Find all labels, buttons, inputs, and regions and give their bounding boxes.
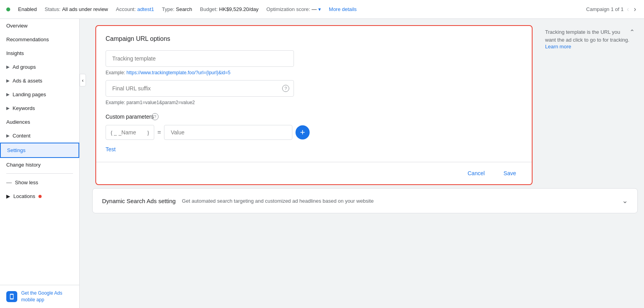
section-title: Campaign URL options — [106, 35, 522, 42]
app-icon — [6, 291, 17, 302]
account-link[interactable]: adtest1 — [137, 6, 154, 12]
sidebar-item-landing-pages[interactable]: ▶ Landing pages — [0, 88, 79, 101]
locations-dot — [38, 195, 42, 198]
close-brace: } — [148, 130, 149, 136]
sidebar-item-locations[interactable]: ▶ Locations — [0, 189, 79, 203]
sidebar: Overview Recommendations Insights ▶ Ad g… — [0, 19, 80, 308]
right-panel: Tracking template is the URL you want th… — [539, 22, 641, 56]
collapse-sidebar-button[interactable]: ‹ — [80, 74, 86, 86]
tracking-description: Tracking template is the URL you want th… — [545, 29, 629, 43]
sidebar-item-keywords[interactable]: ▶ Keywords — [0, 101, 79, 115]
collapse-right-panel-button[interactable]: ⌃ — [629, 28, 635, 36]
account-label: Account: — [116, 6, 136, 12]
content-arrow: ▶ — [6, 133, 9, 138]
tracking-template-wrap — [106, 50, 294, 67]
content-label: Content — [13, 133, 31, 139]
landing-pages-label: Landing pages — [13, 92, 46, 97]
enabled-label: Enabled — [18, 6, 37, 12]
main-content: Campaign URL options Example: https://ww… — [86, 19, 644, 308]
cancel-button[interactable]: Cancel — [461, 167, 491, 180]
final-url-help-icon[interactable]: ? — [282, 85, 289, 92]
settings-label: Settings — [7, 147, 26, 153]
param-name-input[interactable] — [119, 129, 146, 136]
equals-sign: = — [157, 129, 161, 136]
sidebar-item-recommendations[interactable]: Recommendations — [0, 33, 79, 46]
locations-arrow: ▶ — [6, 193, 10, 199]
right-panel-header: Tracking template is the URL you want th… — [545, 28, 635, 50]
save-button[interactable]: Save — [497, 167, 522, 180]
sidebar-item-audiences[interactable]: Audiences — [0, 115, 79, 129]
type-item: Type: Search — [162, 6, 192, 12]
card-content: Campaign URL options Example: https://ww… — [96, 26, 532, 162]
sidebar-item-content[interactable]: ▶ Content — [0, 129, 79, 143]
more-details-link[interactable]: More details — [329, 6, 357, 12]
final-url-wrap: ? — [106, 80, 294, 97]
sidebar-item-ads-assets[interactable]: ▶ Ads & assets — [0, 74, 79, 88]
sidebar-divider — [6, 173, 73, 174]
keywords-label: Keywords — [13, 105, 35, 111]
example-prefix: Example: — [106, 70, 126, 75]
dynamic-title: Dynamic Search Ads setting — [102, 198, 176, 204]
underscore: _ — [114, 130, 117, 136]
ad-groups-label: Ad groups — [13, 64, 36, 70]
campaign-nav: Campaign 1 of 1 ‹ › — [586, 4, 638, 15]
app-label: Get the Google Ads mobile app — [21, 290, 73, 303]
minus-icon: — — [6, 179, 12, 185]
custom-params-title: Custom parameters ? — [106, 113, 522, 120]
campaign-url-card: Campaign URL options Example: https://ww… — [95, 25, 533, 185]
change-history-label: Change history — [6, 162, 40, 168]
chevron-down-icon[interactable]: ⌄ — [622, 196, 628, 205]
show-less-label: Show less — [15, 180, 38, 185]
optimization-item: Optimization score: — ▾ — [266, 6, 321, 12]
dynamic-description: Get automated search targeting and custo… — [182, 198, 616, 204]
overview-label: Overview — [6, 23, 27, 29]
url-options-section: Campaign URL options Example: https://ww… — [89, 22, 641, 188]
param-name-wrap: { _ } — [106, 125, 154, 140]
status-item: Status: All ads under review — [45, 6, 108, 12]
main-layout: Overview Recommendations Insights ▶ Ad g… — [0, 19, 644, 308]
show-less-button[interactable]: — Show less — [0, 175, 79, 189]
type-value: Search — [176, 6, 192, 12]
add-param-button[interactable]: + — [296, 125, 310, 139]
optimization-value: — — [312, 6, 317, 12]
budget-item: Budget: HK$9,529.20/day — [200, 6, 259, 12]
audiences-label: Audiences — [6, 119, 30, 125]
final-url-input[interactable] — [106, 80, 294, 97]
tracking-template-input[interactable] — [106, 50, 294, 67]
sidebar-item-settings[interactable]: Settings — [0, 143, 79, 158]
top-bar: Enabled Status: All ads under review Acc… — [0, 0, 644, 19]
sidebar-item-ad-groups[interactable]: ▶ Ad groups — [0, 60, 79, 74]
sidebar-item-change-history[interactable]: Change history — [0, 158, 79, 172]
dynamic-card-titles: Dynamic Search Ads setting — [102, 198, 176, 204]
locations-label: Locations — [13, 193, 35, 199]
keywords-arrow: ▶ — [6, 106, 9, 111]
ads-assets-label: Ads & assets — [13, 78, 42, 84]
learn-more-link[interactable]: Learn more — [545, 44, 571, 50]
budget-value: HK$9,529.20/day — [219, 6, 258, 12]
status-value: All ads under review — [62, 6, 108, 12]
prev-campaign-button[interactable]: ‹ — [625, 4, 631, 15]
status-dot — [6, 7, 10, 11]
custom-params-help-icon[interactable]: ? — [151, 113, 159, 120]
get-app-button[interactable]: Get the Google Ads mobile app — [0, 285, 79, 308]
custom-params-label: Custom parameters — [106, 114, 154, 120]
params-row: { _ } = + — [106, 125, 310, 140]
budget-label: Budget: — [200, 6, 218, 12]
param-value-input[interactable] — [164, 125, 292, 140]
test-link[interactable]: Test — [106, 146, 116, 152]
tracking-example-link[interactable]: https://www.trackingtemplate.foo/?url={l… — [126, 70, 230, 75]
insights-label: Insights — [6, 50, 24, 56]
sidebar-item-insights[interactable]: Insights — [0, 46, 79, 60]
card-footer: Cancel Save — [96, 162, 532, 184]
sidebar-item-overview[interactable]: Overview — [0, 19, 79, 33]
dropdown-arrow[interactable]: ▾ — [318, 6, 321, 12]
landing-pages-arrow: ▶ — [6, 92, 9, 97]
next-campaign-button[interactable]: › — [632, 4, 638, 15]
dynamic-search-card: Dynamic Search Ads setting Get automated… — [92, 188, 638, 213]
status-label: Status: — [45, 6, 60, 12]
ad-groups-arrow: ▶ — [6, 64, 9, 70]
final-url-example: Example: param1=value1&param2=value2 — [106, 100, 522, 105]
account-item: Account: adtest1 — [116, 6, 154, 12]
right-panel-text: Tracking template is the URL you want th… — [545, 28, 629, 50]
dynamic-card-content: Dynamic Search Ads setting Get automated… — [93, 189, 637, 213]
